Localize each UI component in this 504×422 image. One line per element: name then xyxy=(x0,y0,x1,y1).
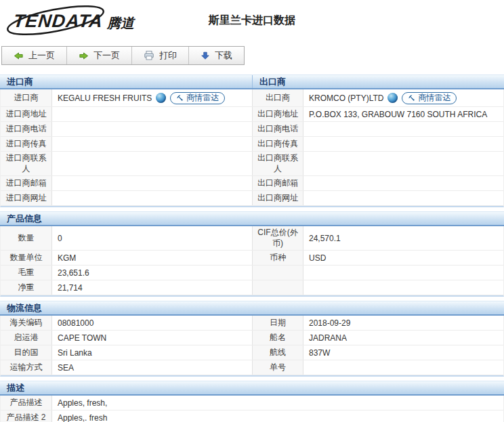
field-label: 出口商网址 xyxy=(253,191,303,205)
field-value: CAPE TOWN xyxy=(52,331,253,345)
field-label: 进口商电话 xyxy=(1,122,52,136)
section-header-product: 产品信息 xyxy=(0,211,504,226)
field-value xyxy=(303,137,503,151)
field-value xyxy=(303,152,503,175)
section-rows: 产品描述Apples, fresh,产品描述 2Apples,. fresh xyxy=(0,396,504,422)
field-label: 出口商电话 xyxy=(253,122,303,136)
section-header-trader: 进口商出口商 xyxy=(0,75,504,89)
field-label: 出口商 xyxy=(253,89,303,106)
importer-name: KEGALU FRESH FRUITS xyxy=(58,93,152,103)
field-label: 产品描述 2 xyxy=(1,410,52,422)
field-value: 2018-09-29 xyxy=(303,316,503,330)
field-label: 出口商联系人 xyxy=(253,152,303,175)
next-page-button[interactable]: 下一页 xyxy=(66,47,131,64)
field-value xyxy=(303,191,503,205)
section-header-exporter: 出口商 xyxy=(253,75,504,88)
table-row: 进口商KEGALU FRESH FRUITS商情雷达出口商KROMCO (PTY… xyxy=(1,89,503,107)
field-label: 进口商联系人 xyxy=(1,152,52,175)
radar-icon xyxy=(408,94,415,102)
radar-button-label: 商情雷达 xyxy=(186,92,219,104)
field-value: Apples,. fresh xyxy=(52,410,503,422)
field-label: 海关编码 xyxy=(1,316,52,330)
radar-button[interactable]: 商情雷达 xyxy=(402,92,457,104)
field-label: 毛重 xyxy=(1,266,52,280)
prev-page-label: 上一页 xyxy=(28,49,55,62)
field-label: 目的国 xyxy=(1,345,52,360)
field-value xyxy=(52,107,253,121)
field-label: 产品描述 xyxy=(1,396,52,410)
toolbar: 上一页 下一页 打印 下载 xyxy=(1,46,245,65)
field-label: 数量 xyxy=(1,226,52,250)
arrow-right-icon xyxy=(79,51,89,61)
globe-icon[interactable] xyxy=(156,93,166,103)
prev-page-button[interactable]: 上一页 xyxy=(2,47,66,64)
table-row: 进口商电话出口商电话 xyxy=(1,122,503,137)
field-label: 出口商邮箱 xyxy=(253,176,303,190)
field-value: 08081000 xyxy=(52,316,253,330)
section-rows: 数量0CIF总价(外币)24,570.1数量单位KGM币种USD毛重23,651… xyxy=(0,226,504,297)
field-label: 币种 xyxy=(253,251,303,265)
download-button[interactable]: 下载 xyxy=(188,47,244,64)
field-value xyxy=(52,191,253,205)
field-label: 进口商传真 xyxy=(1,137,52,151)
field-label xyxy=(253,266,303,280)
field-label: 启运港 xyxy=(1,331,52,345)
table-row: 运输方式SEA单号 xyxy=(1,360,503,375)
table-row: 净重21,714 xyxy=(1,280,503,295)
section-header-importer: 进口商 xyxy=(0,75,253,88)
globe-icon[interactable] xyxy=(387,93,398,103)
field-label: 运输方式 xyxy=(1,360,52,375)
print-button[interactable]: 打印 xyxy=(131,47,188,64)
field-label: 出口商地址 xyxy=(253,107,303,121)
field-value: KROMCO (PTY)LTD商情雷达 xyxy=(303,89,503,106)
table-row: 海关编码08081000日期2018-09-29 xyxy=(1,316,503,331)
field-value xyxy=(52,137,253,151)
table-row: 数量0CIF总价(外币)24,570.1 xyxy=(1,226,503,251)
arrow-down-icon xyxy=(201,51,210,60)
field-value: 21,714 xyxy=(52,280,253,295)
field-value xyxy=(303,176,503,190)
table-row: 毛重23,651.6 xyxy=(1,266,503,280)
radar-button[interactable]: 商情雷达 xyxy=(170,92,225,104)
field-value xyxy=(52,122,253,136)
radar-icon xyxy=(176,94,184,102)
section-description: 描述产品描述Apples, fresh,产品描述 2Apples,. fresh xyxy=(0,381,504,422)
field-value xyxy=(303,280,503,295)
field-value: Apples, fresh, xyxy=(52,396,503,410)
section-product: 产品信息数量0CIF总价(外币)24,570.1数量单位KGM币种USD毛重23… xyxy=(0,211,504,297)
field-value: 0 xyxy=(52,226,253,250)
field-value xyxy=(303,266,503,280)
field-label: 船名 xyxy=(253,331,303,345)
field-label: 进口商 xyxy=(1,89,52,106)
field-label: 航线 xyxy=(253,345,303,360)
field-label: CIF总价(外币) xyxy=(253,226,303,250)
field-label xyxy=(253,280,303,295)
download-label: 下载 xyxy=(215,49,232,62)
field-value: JADRANA xyxy=(303,331,503,345)
field-label: 单号 xyxy=(253,360,303,375)
table-row: 数量单位KGM币种USD xyxy=(1,251,503,266)
page-title: 斯里兰卡进口数据 xyxy=(0,14,504,28)
field-value: SEA xyxy=(52,360,253,375)
field-label: 进口商网址 xyxy=(1,191,52,205)
arrow-left-icon xyxy=(14,51,24,61)
exporter-name: KROMCO (PTY)LTD xyxy=(309,93,383,103)
masthead: TENDATA 腾道 斯里兰卡进口数据 xyxy=(0,0,504,41)
detail-sections: 进口商出口商进口商KEGALU FRESH FRUITS商情雷达出口商KROMC… xyxy=(0,75,504,422)
field-value: 23,651.6 xyxy=(52,266,253,280)
field-label: 净重 xyxy=(1,280,52,295)
section-header-logistics: 物流信息 xyxy=(0,301,504,316)
table-row: 进口商联系人出口商联系人 xyxy=(1,152,503,176)
table-row: 进口商地址出口商地址P.O.BOX 133, GRABOUW 7160 SOUT… xyxy=(1,107,503,122)
field-value: P.O.BOX 133, GRABOUW 7160 SOUTH AFRICA xyxy=(303,107,503,121)
field-value: 837W xyxy=(303,345,503,360)
field-value xyxy=(303,122,503,136)
field-value: Sri Lanka xyxy=(52,345,253,360)
field-label: 数量单位 xyxy=(1,251,52,265)
field-value: USD xyxy=(303,251,503,265)
table-row: 目的国Sri Lanka航线837W xyxy=(1,345,503,360)
section-header-description: 描述 xyxy=(0,381,504,396)
field-label: 进口商邮箱 xyxy=(1,176,52,190)
section-trader: 进口商出口商进口商KEGALU FRESH FRUITS商情雷达出口商KROMC… xyxy=(0,75,504,207)
section-rows: 海关编码08081000日期2018-09-29启运港CAPE TOWN船名JA… xyxy=(0,316,504,377)
